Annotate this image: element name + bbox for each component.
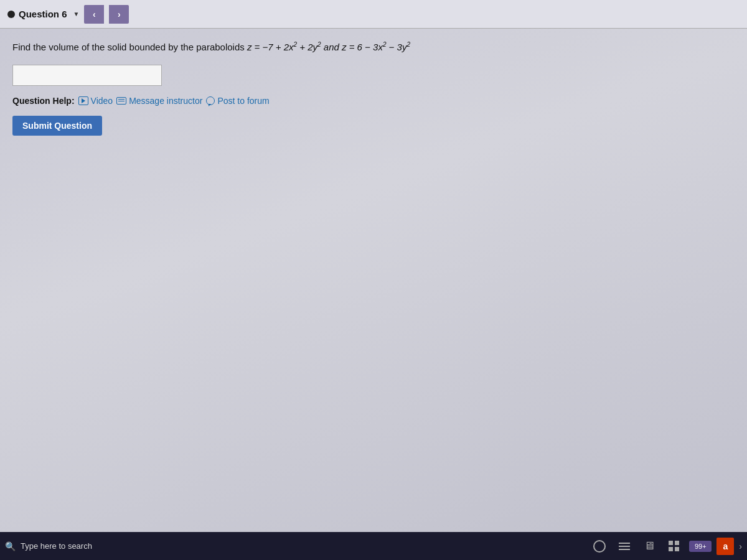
question-label: Question 6 bbox=[19, 9, 67, 19]
question-text: Find the volume of the solid bounded by … bbox=[12, 40, 735, 55]
taskbar-circle bbox=[593, 540, 606, 553]
notifications-badge[interactable]: 99+ bbox=[689, 541, 712, 552]
submit-question-button[interactable]: Submit Question bbox=[12, 116, 102, 136]
search-placeholder-text[interactable]: Type here to search bbox=[21, 541, 92, 551]
video-help-link[interactable]: Video bbox=[78, 96, 113, 106]
post-to-forum-link[interactable]: Post to forum bbox=[206, 96, 269, 106]
question-dot bbox=[7, 11, 15, 18]
next-question-button[interactable]: › bbox=[109, 5, 129, 24]
line1 bbox=[619, 543, 630, 544]
main-content: Question 6 ▼ ‹ › Find the volume of the … bbox=[0, 0, 747, 532]
taskbar: 🔍 Type here to search 🖥 bbox=[0, 532, 747, 560]
taskbar-search: 🔍 Type here to search bbox=[5, 541, 92, 551]
top-navigation: Question 6 ▼ ‹ › bbox=[0, 0, 747, 29]
taskbar-grid-icon[interactable] bbox=[664, 536, 684, 556]
forum-link-label: Post to forum bbox=[217, 96, 269, 106]
grid-dot-1 bbox=[669, 541, 673, 545]
question-selector: Question 6 ▼ bbox=[7, 9, 79, 19]
line2 bbox=[619, 546, 630, 547]
line3 bbox=[619, 549, 630, 550]
forum-icon bbox=[206, 96, 215, 105]
grid-dot-3 bbox=[669, 547, 673, 551]
question-content: Find the volume of the solid bounded by … bbox=[0, 29, 747, 147]
question-help-row: Question Help: Video Message instructor … bbox=[12, 96, 735, 106]
video-link-label: Video bbox=[91, 96, 113, 106]
app-icon-a[interactable]: a bbox=[716, 538, 734, 555]
taskbar-right: 🖥 99+ a › bbox=[590, 536, 742, 556]
lines-icon bbox=[619, 543, 630, 550]
message-link-label: Message instructor bbox=[129, 96, 202, 106]
grid-icon bbox=[669, 541, 680, 552]
taskbar-arrow-icon: › bbox=[739, 541, 742, 551]
grid-dot-4 bbox=[675, 547, 679, 551]
start-circle-icon[interactable] bbox=[590, 536, 609, 556]
prev-question-button[interactable]: ‹ bbox=[84, 5, 104, 24]
grid-dot-2 bbox=[675, 541, 679, 545]
dropdown-arrow-icon[interactable]: ▼ bbox=[73, 11, 80, 17]
monitor-icon[interactable]: 🖥 bbox=[639, 536, 659, 556]
video-icon bbox=[78, 96, 88, 105]
taskbar-menu-icon[interactable] bbox=[614, 536, 634, 556]
help-label: Question Help: bbox=[12, 96, 75, 106]
message-icon bbox=[116, 97, 126, 105]
search-icon: 🔍 bbox=[5, 541, 16, 551]
message-instructor-link[interactable]: Message instructor bbox=[116, 96, 202, 106]
monitor-display-icon: 🖥 bbox=[644, 539, 655, 553]
answer-input[interactable] bbox=[12, 65, 162, 86]
